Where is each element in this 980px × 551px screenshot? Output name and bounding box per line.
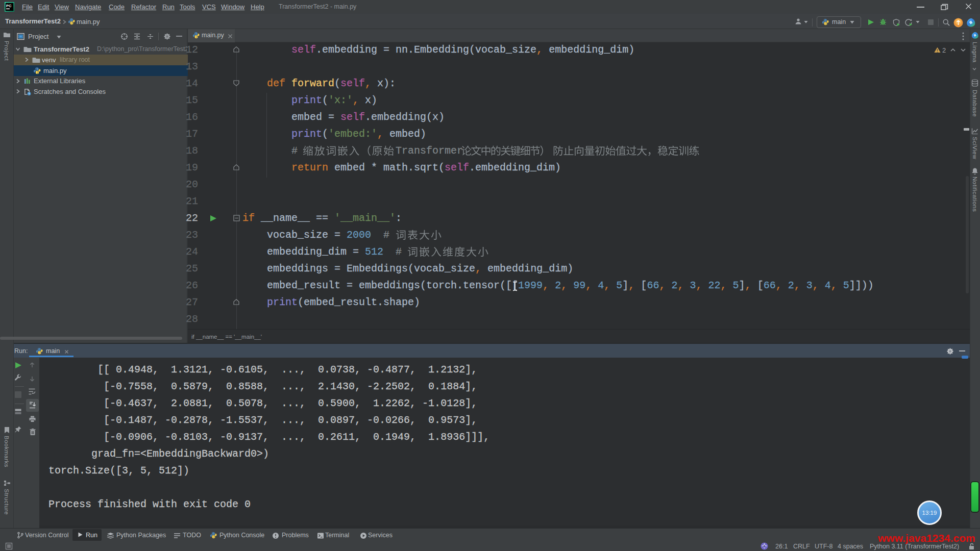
svg-text:PC: PC — [6, 4, 12, 8]
